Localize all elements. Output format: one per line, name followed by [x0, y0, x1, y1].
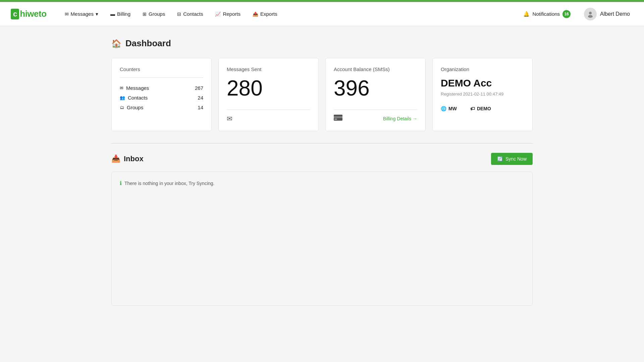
inbox-header: 📥 Inbox 🔄 Sync Now [111, 153, 533, 165]
messages-sent-bottom: ✉ [227, 110, 310, 123]
organization-card: Organization DEMO Acc Registered 2021-02… [432, 58, 533, 131]
dropdown-arrow: ▾ [96, 11, 98, 17]
messages-sent-title: Messages Sent [227, 66, 310, 72]
exports-icon: 📤 [253, 11, 258, 17]
nav-item-messages[interactable]: ✉ Messages ▾ [60, 8, 103, 20]
org-registered: Registered 2021-02-11 00:47:49 [441, 92, 524, 97]
page-title-text: Dashboard [125, 38, 171, 49]
page-title: 🏠 Dashboard [111, 38, 533, 49]
sync-now-button[interactable]: 🔄 Sync Now [491, 153, 533, 165]
user-name: Albert Demo [600, 11, 630, 17]
counter-groups-icon: 🗂 [120, 105, 124, 110]
inbox-empty-area: ℹ There is nothing in your inbox, Try Sy… [111, 172, 533, 306]
svg-rect-3 [334, 116, 342, 118]
messages-sent-card: Messages Sent 280 ✉ [218, 58, 319, 131]
nav-right: 🔔 Notifications 16 Albert Demo [520, 6, 633, 22]
nav-reports-label: Reports [223, 11, 240, 17]
nav-contacts-label: Contacts [183, 11, 203, 17]
notifications-button[interactable]: 🔔 Notifications 16 [520, 8, 574, 20]
inbox-title: 📥 Inbox [111, 155, 144, 163]
org-name: DEMO Acc [441, 77, 524, 89]
counter-messages-left: ✉ Messages [120, 85, 149, 91]
nav-item-contacts[interactable]: ⊟ Contacts [172, 8, 208, 19]
counter-groups-count: 14 [198, 105, 203, 110]
nav-item-groups[interactable]: ⊞ Groups [138, 8, 170, 19]
org-tags: 🌐 MW 🏷 DEMO [441, 106, 524, 111]
notifications-label: Notifications [532, 11, 560, 17]
sync-button-label: Sync Now [505, 156, 527, 162]
inbox-empty-message: ℹ There is nothing in your inbox, Try Sy… [120, 180, 524, 186]
inbox-empty-text: There is nothing in your inbox, Try Sync… [124, 181, 214, 186]
counters-title: Counters [120, 66, 203, 72]
home-icon: 🏠 [111, 39, 121, 48]
counter-messages-label: Messages [126, 85, 149, 91]
reports-icon: 📈 [215, 11, 221, 17]
account-balance-card: Account Balance (SMSs) 396 Billing Detai… [325, 58, 426, 131]
nav-item-exports[interactable]: 📤 Exports [248, 8, 282, 19]
user-menu-button[interactable]: Albert Demo [581, 6, 633, 22]
billing-details-link[interactable]: Billing Details → [383, 116, 417, 121]
counter-groups-label: Groups [127, 105, 143, 110]
counter-messages-icon: ✉ [120, 85, 123, 90]
svg-rect-4 [334, 119, 337, 120]
globe-icon: 🌐 [441, 106, 446, 111]
section-divider [111, 143, 533, 143]
contacts-icon: ⊟ [177, 11, 181, 17]
account-balance-bottom: Billing Details → [334, 110, 417, 122]
tag-icon: 🏷 [470, 106, 475, 111]
org-label-tag: 🏷 DEMO [470, 106, 491, 111]
account-balance-title: Account Balance (SMSs) [334, 66, 417, 72]
nav-messages-label: Messages [71, 11, 94, 17]
groups-icon: ⊞ [143, 11, 147, 17]
svg-point-0 [589, 12, 592, 14]
counter-contacts-count: 24 [198, 95, 203, 101]
main-content: 🏠 Dashboard Counters ✉ Messages 267 👥 Co… [101, 26, 543, 318]
brand-logo[interactable]: c hiweto [11, 9, 47, 19]
org-tag-label: DEMO [477, 106, 491, 111]
counter-groups-left: 🗂 Groups [120, 105, 143, 110]
sync-icon: 🔄 [497, 156, 503, 162]
navbar: c hiweto ✉ Messages ▾ ▬ Billing ⊞ Groups… [0, 2, 644, 26]
inbox-title-text: Inbox [124, 155, 144, 163]
logo-icon: c [11, 9, 19, 19]
counter-row-messages: ✉ Messages 267 [120, 83, 203, 93]
account-balance-value: 396 [334, 77, 417, 99]
notifications-badge: 16 [562, 10, 571, 18]
billing-icon: ▬ [110, 11, 115, 17]
counter-row-groups: 🗂 Groups 14 [120, 103, 203, 112]
counters-divider [120, 77, 203, 78]
counter-messages-count: 267 [195, 85, 203, 91]
inbox-icon: 📥 [111, 155, 120, 163]
user-avatar [584, 8, 597, 20]
messages-sent-value: 280 [227, 77, 310, 99]
messages-icon: ✉ [65, 11, 69, 17]
nav-item-reports[interactable]: 📈 Reports [210, 8, 245, 19]
svg-point-1 [588, 15, 593, 18]
org-country-tag: 🌐 MW [441, 106, 457, 111]
nav-links: ✉ Messages ▾ ▬ Billing ⊞ Groups ⊟ Contac… [60, 8, 520, 20]
logo-text: hiweto [20, 9, 46, 19]
counters-card: Counters ✉ Messages 267 👥 Contacts 24 🗂 [111, 58, 212, 131]
nav-item-billing[interactable]: ▬ Billing [106, 8, 135, 19]
counter-contacts-left: 👥 Contacts [120, 95, 148, 101]
nav-exports-label: Exports [260, 11, 277, 17]
counter-contacts-label: Contacts [128, 95, 148, 101]
info-icon: ℹ [120, 180, 122, 186]
dashboard-cards: Counters ✉ Messages 267 👥 Contacts 24 🗂 [111, 58, 533, 131]
counter-row-contacts: 👥 Contacts 24 [120, 93, 203, 103]
bell-icon: 🔔 [523, 11, 530, 17]
billing-card-icon [334, 115, 342, 122]
nav-groups-label: Groups [149, 11, 165, 17]
nav-billing-label: Billing [117, 11, 130, 17]
counter-contacts-icon: 👥 [120, 95, 125, 100]
messages-sent-envelope-icon: ✉ [227, 115, 232, 123]
org-country: MW [448, 106, 457, 111]
organization-title: Organization [441, 66, 524, 72]
